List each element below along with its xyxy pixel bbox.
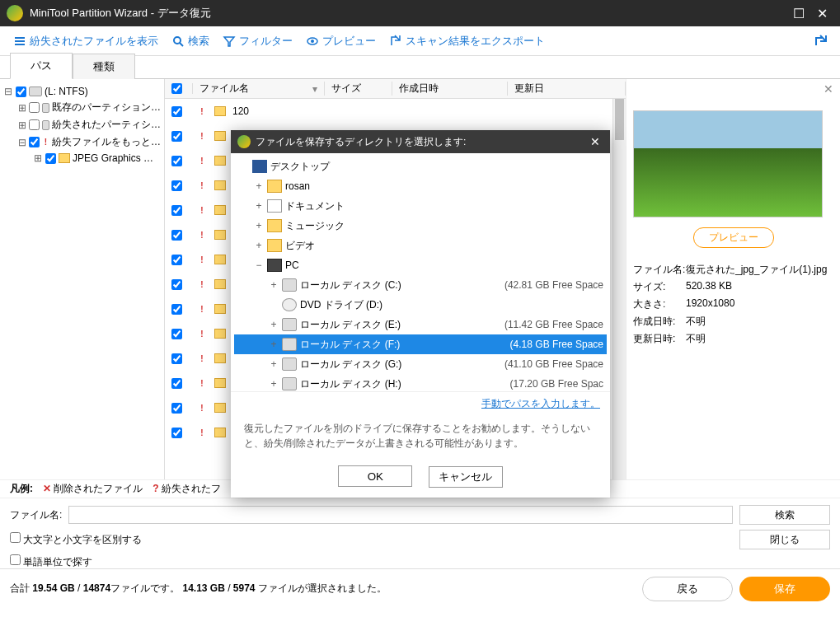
expand-icon[interactable]: ⊞ [33,152,43,164]
expand-icon[interactable]: + [269,319,279,330]
collapse-icon[interactable]: ⊟ [3,86,13,97]
row-checkbox[interactable] [171,156,182,166]
filter-button[interactable]: フィルター [216,30,299,52]
preview-button[interactable]: プレビュー [299,30,382,52]
directory-tree-row[interactable]: −PC [234,255,607,275]
tree-checkbox[interactable] [29,102,40,113]
filter-search-button[interactable]: 検索 [739,505,830,525]
modal-title-bar: ファイルを保存するディレクトリを選択します: ✕ [231,130,610,153]
close-preview-icon[interactable]: ✕ [824,82,833,96]
directory-tree-row[interactable]: +ビデオ [234,236,607,255]
modal-close-icon[interactable]: ✕ [587,135,603,148]
case-label: 大文字と小文字を区別する [23,534,142,545]
drive-icon [42,120,49,130]
row-checkbox[interactable] [171,378,182,389]
row-checkbox[interactable] [171,106,182,117]
case-sensitive-option[interactable]: 大文字と小文字を区別する [10,532,142,547]
tab-type[interactable]: 種類 [73,54,135,79]
window-maximize-icon[interactable]: ☐ [787,2,810,25]
col-name[interactable]: ファイル名▾ [193,82,325,96]
expand-icon[interactable]: + [254,180,264,192]
tree-row[interactable]: ⊞ JPEG Graphics … [3,151,161,166]
tab-path[interactable]: パス [10,53,73,79]
tree-root-checkbox[interactable] [16,86,26,97]
select-all-checkbox[interactable] [171,83,182,94]
whole-word-option[interactable]: 単語単位で探す [10,554,92,569]
expand-icon[interactable]: + [269,339,279,350]
modal-cancel-button[interactable]: キャンセル [429,466,503,488]
filename-filter-input[interactable] [68,506,733,524]
svg-rect-2 [15,44,25,45]
expand-icon[interactable]: + [254,200,264,212]
search-button[interactable]: 検索 [165,30,216,52]
directory-tree-row[interactable]: +ミュージック [234,216,607,236]
row-checkbox[interactable] [171,329,182,339]
directory-tree-row[interactable]: +ローカル ディスク (F:)(4.18 GB Free Space [234,334,607,354]
share-button[interactable] [807,31,833,51]
tree-checkbox[interactable] [29,119,40,130]
show-lost-files-button[interactable]: 紛失されたファイルを表示 [7,30,165,52]
directory-tree-row[interactable]: +ローカル ディスク (G:)(41.10 GB Free Space [234,354,607,374]
row-checkbox[interactable] [171,428,182,438]
main-toolbar: 紛失されたファイルを表示 検索 フィルター プレビュー スキャン結果をエクスポー… [0,26,840,56]
directory-tree-row[interactable]: デスクトップ [234,157,607,176]
expand-icon[interactable]: + [254,220,264,231]
modal-ok-button[interactable]: OK [338,465,412,487]
preview-open-button[interactable]: プレビュー [693,227,774,248]
meta-created-val: 不明 [686,315,706,329]
window-close-icon[interactable]: ✕ [810,2,833,25]
collapse-icon[interactable]: ⊟ [18,137,26,148]
row-checkbox[interactable] [171,230,182,241]
modal-title: ファイルを保存するディレクトリを選択します: [256,135,466,149]
dvd-icon [282,298,297,311]
export-button[interactable]: スキャン結果をエクスポート [382,30,551,52]
tree-row[interactable]: ⊞ 紛失されたパーティシ… [3,116,161,133]
row-checkbox[interactable] [171,131,182,142]
expand-icon[interactable]: + [269,358,279,370]
expand-icon[interactable]: ⊞ [18,102,26,114]
expand-icon[interactable]: + [254,240,264,251]
row-checkbox[interactable] [171,279,182,290]
col-modified[interactable]: 更新日 [508,82,626,96]
manual-path-link[interactable]: 手動でパスを入力します。 [481,398,600,409]
col-created[interactable]: 作成日時 [392,82,508,96]
directory-tree-row[interactable]: +ローカル ディスク (H:)(17.20 GB Free Spac [234,374,607,392]
collapse-icon[interactable]: − [254,259,264,271]
row-checkbox[interactable] [171,304,182,315]
hdd-icon [282,358,297,371]
back-button[interactable]: 戻る [642,577,733,601]
row-checkbox[interactable] [171,403,182,414]
filter-close-button[interactable]: 閉じる [739,530,830,549]
folder-tree: ⊟ (L: NTFS) ⊞ 既存のパーティション… ⊞ 紛失されたパーティシ… … [0,79,165,479]
directory-tree-row[interactable]: +ローカル ディスク (E:)(11.42 GB Free Space [234,315,607,334]
expand-icon[interactable]: ⊞ [18,119,26,131]
row-checkbox[interactable] [171,255,182,265]
directory-tree-row[interactable]: +ローカル ディスク (C:)(42.81 GB Free Space [234,275,607,295]
expand-icon[interactable]: + [269,378,279,390]
warning-icon: ! [196,427,208,438]
folder-icon [214,428,226,437]
tree-row[interactable]: ⊟ ! 紛失ファイルをもっと… [3,133,161,151]
scrollbar-thumb[interactable] [615,99,624,140]
grid-scrollbar[interactable] [612,99,626,479]
hdd-icon [282,377,297,390]
tree-row[interactable]: ⊞ 既存のパーティション… [3,99,161,116]
case-sensitive-checkbox[interactable] [10,532,21,543]
tree-checkbox[interactable] [45,153,56,164]
directory-tree-row[interactable]: +ドキュメント [234,196,607,216]
tree-root-row[interactable]: ⊟ (L: NTFS) [3,84,161,99]
warning-icon: ! [196,105,208,117]
expand-icon[interactable]: + [269,279,279,291]
row-checkbox[interactable] [171,180,182,191]
directory-tree-row[interactable]: DVD ドライブ (D:) [234,295,607,315]
directory-tree-row[interactable]: +rosan [234,176,607,196]
row-checkbox[interactable] [171,205,182,216]
grid-row[interactable]: !120 [165,99,626,124]
whole-word-checkbox[interactable] [10,554,21,565]
warning-icon: ! [196,278,208,290]
col-size[interactable]: サイズ [325,82,392,96]
save-button[interactable]: 保存 [739,577,830,601]
row-checkbox[interactable] [171,353,182,364]
tree-checkbox[interactable] [29,137,40,147]
folder-icon [214,329,226,339]
